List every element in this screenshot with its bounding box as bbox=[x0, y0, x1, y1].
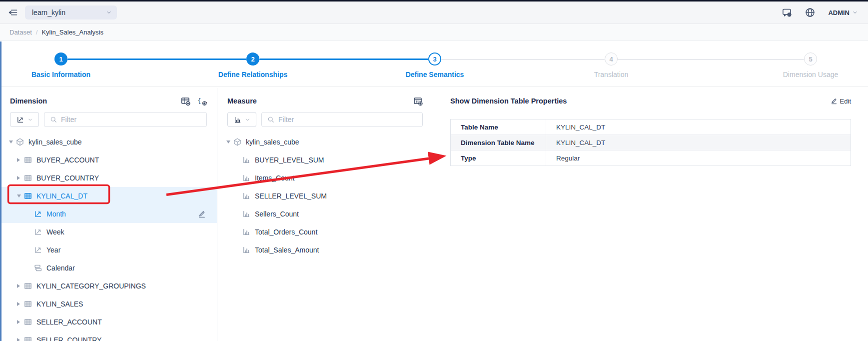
measure-type-select[interactable] bbox=[227, 112, 256, 127]
dimension-tree-item-Year[interactable]: Year bbox=[0, 241, 217, 259]
dimension-tree-item-Week[interactable]: Week bbox=[0, 223, 217, 241]
tree-caret-expanded-icon[interactable] bbox=[17, 194, 24, 198]
stepper-connector bbox=[67, 58, 246, 60]
add-measure-icon[interactable] bbox=[413, 96, 423, 106]
tree-item-label: SELLER_COUNTRY bbox=[36, 336, 101, 341]
measure-icon bbox=[242, 210, 250, 218]
diagnosis-message-icon[interactable] bbox=[782, 8, 792, 18]
measure-tree-item-SELLER_LEVEL_SUM[interactable]: SELLER_LEVEL_SUM bbox=[217, 187, 433, 205]
property-label: Table Name bbox=[451, 120, 546, 134]
property-row-Table Name: Table NameKYLIN_CAL_DT bbox=[451, 120, 851, 135]
tree-item-label: kylin_sales_cube bbox=[28, 138, 82, 146]
add-dimension-table-icon[interactable] bbox=[181, 96, 190, 106]
measure-icon bbox=[242, 246, 250, 254]
search-icon bbox=[50, 116, 57, 123]
breadcrumb: Dataset/Kylin_Sales_Analysis bbox=[0, 24, 868, 41]
property-label: Dimension Table Name bbox=[451, 135, 546, 150]
measure-tree-item-Total_Sales_Amount[interactable]: Total_Sales_Amount bbox=[217, 241, 433, 259]
edit-dimension-icon[interactable] bbox=[198, 210, 206, 218]
step-circle[interactable]: 2 bbox=[246, 52, 259, 66]
tree-caret-collapsed-icon[interactable] bbox=[17, 284, 24, 288]
user-menu-label: ADMIN bbox=[828, 9, 850, 16]
stepper-connector bbox=[618, 59, 804, 60]
cube-icon bbox=[16, 138, 24, 146]
tree-item-label: Week bbox=[46, 228, 64, 236]
step-circle[interactable]: 5 bbox=[804, 52, 817, 66]
dimension-column-icon bbox=[34, 228, 42, 236]
tree-caret-collapsed-icon[interactable] bbox=[17, 176, 24, 180]
table-icon bbox=[24, 300, 32, 308]
tree-item-label: KYLIN_SALES bbox=[36, 300, 83, 308]
dimension-tree-item-BUYER_ACCOUNT[interactable]: BUYER_ACCOUNT bbox=[0, 151, 217, 169]
tree-item-label: Sellers_Count bbox=[255, 210, 299, 218]
tree-item-label: Items_Count bbox=[255, 174, 294, 182]
tree-item-label: BUYER_LEVEL_SUM bbox=[255, 156, 324, 164]
tree-item-label: Total_Orders_Count bbox=[255, 228, 317, 236]
add-computed-column-icon[interactable]: {..} bbox=[197, 96, 207, 106]
project-selector[interactable]: learn_kylin bbox=[25, 6, 117, 20]
dimension-tree-item-Month[interactable]: Month bbox=[0, 205, 217, 223]
edit-properties-label: Edit bbox=[840, 98, 851, 105]
tree-item-label: BUYER_ACCOUNT bbox=[36, 156, 99, 164]
measure-tree-item-Items_Count[interactable]: Items_Count bbox=[217, 169, 433, 187]
property-label: Type bbox=[451, 150, 546, 166]
dimension-tree-item-SELLER_COUNTRY[interactable]: SELLER_COUNTRY bbox=[0, 331, 217, 341]
dimension-filter bbox=[44, 112, 207, 127]
dimension-tree-item-kylin_sales_cube[interactable]: kylin_sales_cube bbox=[0, 133, 217, 151]
measure-tree-item-Total_Orders_Count[interactable]: Total_Orders_Count bbox=[217, 223, 433, 241]
tree-caret-collapsed-icon[interactable] bbox=[17, 320, 24, 324]
chevron-down-icon bbox=[245, 117, 250, 122]
step-circle[interactable]: 1 bbox=[54, 52, 67, 66]
step-circle[interactable]: 3 bbox=[428, 52, 441, 66]
dimension-type-select[interactable] bbox=[10, 112, 39, 127]
measure-tree-item-kylin_sales_cube[interactable]: kylin_sales_cube bbox=[217, 133, 433, 151]
tree-item-label: Calendar bbox=[46, 264, 75, 272]
measure-bar-icon bbox=[234, 116, 241, 124]
dimension-column-icon bbox=[34, 246, 42, 254]
dimension-tree-item-KYLIN_CATEGORY_GROUPINGS[interactable]: KYLIN_CATEGORY_GROUPINGS bbox=[0, 277, 217, 295]
chevron-down-icon bbox=[106, 10, 112, 16]
tree-item-label: SELLER_LEVEL_SUM bbox=[255, 192, 327, 200]
edit-properties-button[interactable]: Edit bbox=[831, 98, 851, 105]
property-value: KYLIN_CAL_DT bbox=[546, 135, 851, 150]
step-circle[interactable]: 4 bbox=[605, 52, 618, 66]
tree-caret-expanded-icon[interactable] bbox=[226, 140, 233, 144]
dimension-column-icon bbox=[16, 116, 24, 124]
dimension-panel: Dimension {..} kylin_sales_cubeBUYER_ACC… bbox=[0, 88, 217, 341]
dimension-tree-item-Calendar[interactable]: Calendar bbox=[0, 259, 217, 277]
dimension-tree-item-SELLER_ACCOUNT[interactable]: SELLER_ACCOUNT bbox=[0, 313, 217, 331]
tree-caret-collapsed-icon[interactable] bbox=[17, 302, 24, 306]
table-icon bbox=[24, 174, 32, 182]
measure-icon bbox=[242, 192, 250, 200]
chevron-down-icon bbox=[852, 10, 858, 16]
property-value: Regular bbox=[546, 150, 851, 166]
tree-caret-collapsed-icon[interactable] bbox=[17, 158, 24, 162]
collapse-sidebar-icon[interactable] bbox=[8, 8, 18, 18]
search-icon bbox=[267, 116, 274, 123]
user-menu[interactable]: ADMIN bbox=[828, 9, 858, 16]
measure-icon bbox=[242, 156, 250, 164]
dimension-filter-input[interactable] bbox=[61, 116, 201, 124]
tree-caret-expanded-icon[interactable] bbox=[9, 140, 16, 144]
language-globe-icon[interactable] bbox=[805, 8, 815, 18]
dimension-tree-item-KYLIN_CAL_DT[interactable]: KYLIN_CAL_DT bbox=[0, 187, 217, 205]
tree-item-label: SELLER_ACCOUNT bbox=[36, 318, 102, 326]
dimension-tree-item-BUYER_COUNTRY[interactable]: BUYER_COUNTRY bbox=[0, 169, 217, 187]
edit-pencil-icon bbox=[831, 98, 838, 104]
measure-tree-item-Sellers_Count[interactable]: Sellers_Count bbox=[217, 205, 433, 223]
measure-filter bbox=[261, 112, 423, 127]
project-selector-value: learn_kylin bbox=[32, 8, 106, 16]
stepper-connector bbox=[259, 58, 428, 60]
breadcrumb-item-Dataset[interactable]: Dataset bbox=[9, 28, 32, 36]
tree-item-label: BUYER_COUNTRY bbox=[36, 174, 99, 182]
measure-filter-input[interactable] bbox=[278, 116, 417, 124]
breadcrumb-item-Kylin_Sales_Analysis: Kylin_Sales_Analysis bbox=[41, 28, 103, 36]
measure-tree-item-BUYER_LEVEL_SUM[interactable]: BUYER_LEVEL_SUM bbox=[217, 151, 433, 169]
step-label: Basic Information bbox=[6, 70, 116, 78]
tree-caret-collapsed-icon[interactable] bbox=[17, 338, 24, 341]
window-left-edge bbox=[0, 42, 1, 341]
step-label: Define Semantics bbox=[380, 70, 490, 78]
step-label: Translation bbox=[556, 70, 666, 78]
dimension-tree-item-KYLIN_SALES[interactable]: KYLIN_SALES bbox=[0, 295, 217, 313]
measure-panel: Measure kylin_sales_cubeBUYER_LEVEL_SUMI… bbox=[217, 88, 433, 341]
